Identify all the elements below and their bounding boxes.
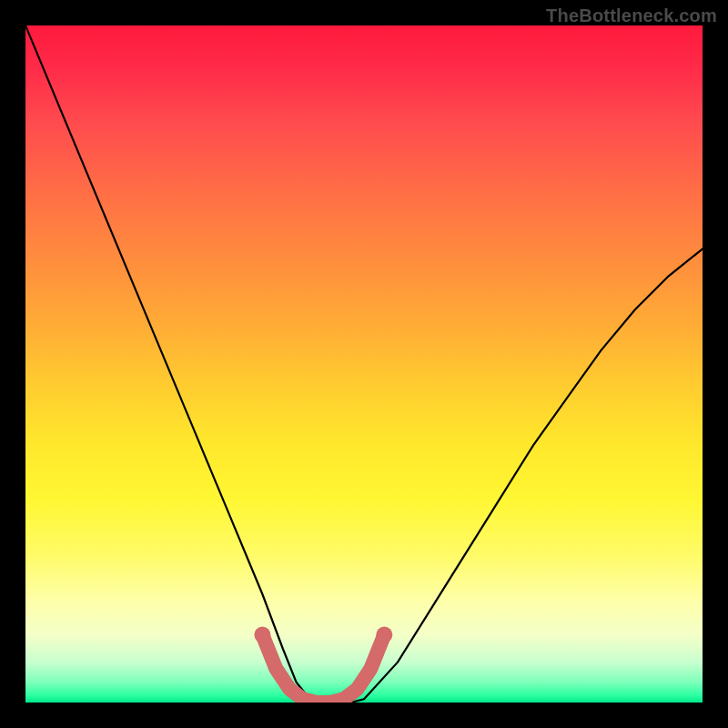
- bottleneck-curve: [25, 25, 703, 703]
- watermark-text: TheBottleneck.com: [546, 5, 717, 26]
- curve-layer: [25, 25, 703, 703]
- trough-start-dot: [254, 627, 270, 643]
- trough-end-dot: [376, 627, 392, 643]
- chart-frame: TheBottleneck.com: [0, 0, 728, 728]
- plot-area: [25, 25, 703, 703]
